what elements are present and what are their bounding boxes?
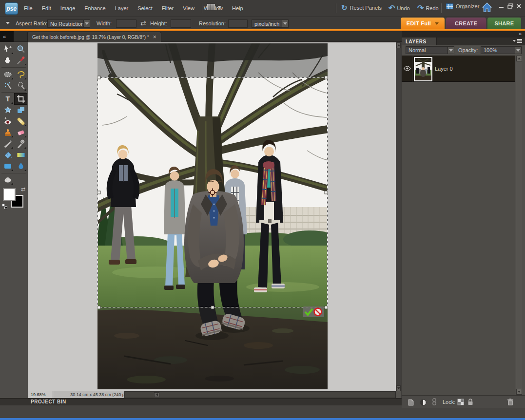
menu-filter[interactable]: Filter [159, 4, 176, 13]
gradient-tool[interactable] [15, 150, 27, 160]
horizontal-scrollbar[interactable] [124, 391, 396, 398]
lock-all-icon[interactable] [467, 398, 474, 406]
minimize-button[interactable] [497, 2, 506, 9]
panel-bin-header: » [402, 31, 525, 38]
menu-edit[interactable]: Edit [39, 4, 54, 13]
layers-scrollbar[interactable] [516, 55, 522, 395]
blur-tool[interactable] [15, 161, 27, 172]
share-tab[interactable]: SHARE [487, 18, 521, 29]
panel-bin: » LAYERS Normal Opacity: 100% [402, 31, 525, 408]
panel-tab-row: LAYERS [402, 38, 525, 45]
delete-layer-icon[interactable] [507, 398, 514, 406]
clone-stamp-tool[interactable] [1, 127, 14, 138]
foreground-color-swatch[interactable] [3, 188, 16, 201]
menu-select[interactable]: Select [135, 4, 155, 13]
shape-tool[interactable] [1, 161, 14, 172]
project-bin-tab[interactable]: PROJECT BIN [31, 399, 66, 404]
swap-colors-icon[interactable]: ⇄ [21, 186, 25, 192]
dropdown-arrow-icon [515, 47, 521, 54]
brush-tool[interactable] [1, 138, 14, 149]
blend-mode-dropdown[interactable]: Normal [406, 46, 454, 54]
red-eye-removal-tool[interactable] [1, 116, 14, 127]
menu-layer[interactable]: Layer [113, 4, 131, 13]
spot-healing-brush-tool[interactable] [15, 116, 27, 127]
panel-collapse-button[interactable]: » [519, 31, 521, 37]
lasso-tool[interactable] [15, 69, 27, 80]
aspect-ratio-dropdown[interactable]: No Restriction [47, 19, 90, 28]
width-input[interactable] [116, 19, 136, 28]
sponge-tool[interactable] [1, 174, 14, 185]
recompose-tool[interactable] [15, 105, 27, 115]
resolution-unit-dropdown[interactable]: pixels/inch [252, 19, 289, 28]
toolbox-collapse-button[interactable]: « [0, 31, 14, 42]
adjustment-layer-icon[interactable] [419, 399, 427, 406]
vertical-scrollbar[interactable] [396, 42, 401, 391]
type-tool[interactable]: T [1, 94, 14, 104]
swap-width-height-icon[interactable]: ⇄ [140, 19, 146, 27]
undo-button[interactable]: ↶ Undo [389, 3, 410, 13]
link-layers-icon[interactable] [431, 398, 438, 406]
window-bottom-border [0, 418, 525, 420]
layers-scroll-down [516, 389, 522, 395]
zoom-tool[interactable] [15, 44, 27, 55]
photo-canvas[interactable] [97, 43, 328, 389]
home-button[interactable] [482, 2, 492, 16]
eraser-tool[interactable] [15, 127, 27, 138]
document-tab-title: Get the look beforeb.jpg @ 19.7% (Layer … [32, 35, 149, 40]
eyedropper-tool[interactable] [15, 55, 27, 66]
organizer-button[interactable]: Organizer [446, 3, 479, 9]
create-tab[interactable]: CREATE [446, 18, 486, 29]
opacity-dropdown[interactable]: 100% [481, 46, 522, 54]
menu-enhance[interactable]: Enhance [82, 4, 108, 13]
project-bin-bar: PROJECT BIN [0, 398, 402, 405]
quick-selection-tool[interactable] [15, 80, 27, 91]
aspect-ratio-label: Aspect Ratio: [16, 20, 47, 26]
redo-button[interactable]: ↷ Redo [417, 3, 439, 13]
cancel-crop-button[interactable] [314, 308, 322, 316]
rectangular-marquee-tool[interactable] [1, 69, 14, 80]
options-collapse-arrow[interactable] [6, 22, 10, 24]
cookie-cutter-tool[interactable] [1, 105, 14, 115]
menu-view[interactable]: View [180, 4, 197, 13]
default-colors-icon[interactable] [2, 204, 8, 210]
paint-bucket-tool[interactable] [1, 150, 14, 160]
layer-visibility-icon[interactable] [404, 66, 411, 71]
color-swatches: ⇄ [2, 187, 26, 210]
resolution-input[interactable] [228, 19, 248, 28]
smart-brush-tool[interactable] [15, 138, 27, 149]
opacity-label: Opacity: [458, 47, 478, 53]
svg-text:T: T [5, 95, 10, 103]
lock-transparency-icon[interactable] [457, 399, 464, 405]
lock-label: Lock: [443, 399, 455, 405]
tab-close-icon[interactable]: × [153, 34, 156, 40]
hand-tool[interactable] [1, 55, 14, 66]
document-tab[interactable]: Get the look beforeb.jpg @ 19.7% (Layer … [27, 32, 161, 42]
move-tool[interactable] [1, 44, 14, 55]
close-button[interactable] [515, 2, 523, 9]
menu-file[interactable]: File [21, 4, 35, 13]
edit-full-tab[interactable]: EDIT Full [401, 18, 445, 29]
height-input[interactable] [171, 19, 191, 28]
new-layer-icon[interactable] [407, 399, 415, 406]
resolution-label: Resolution: [199, 20, 226, 26]
layers-bottom-bar: Lock: [402, 395, 525, 408]
layers-list: Layer 0 [402, 55, 515, 395]
zoom-level-field[interactable]: 19.68% [28, 391, 53, 398]
status-bar: 19.68% 30.14 cm x 45.38 cm (240 ppi) [28, 391, 401, 398]
dropdown-arrow-icon [447, 47, 454, 54]
crop-tool[interactable] [15, 94, 27, 104]
menu-help[interactable]: Help [230, 4, 246, 13]
menu-image[interactable]: Image [58, 4, 78, 13]
restore-button[interactable] [506, 2, 514, 9]
scrollbar-corner [396, 391, 401, 398]
arrange-layout-button[interactable] [207, 4, 221, 10]
layer-row[interactable]: Layer 0 [402, 56, 515, 82]
layers-controls-row: Normal Opacity: 100% [402, 45, 525, 55]
layers-panel-tab[interactable]: LAYERS [402, 38, 437, 45]
reset-panels-button[interactable]: ↻ Reset Panels [341, 3, 382, 12]
width-label: Width: [97, 20, 112, 26]
layer-name[interactable]: Layer 0 [435, 66, 453, 72]
panel-menu-icon[interactable] [513, 39, 522, 43]
magic-wand-tool[interactable] [1, 80, 14, 91]
layer-thumbnail[interactable] [414, 57, 432, 81]
